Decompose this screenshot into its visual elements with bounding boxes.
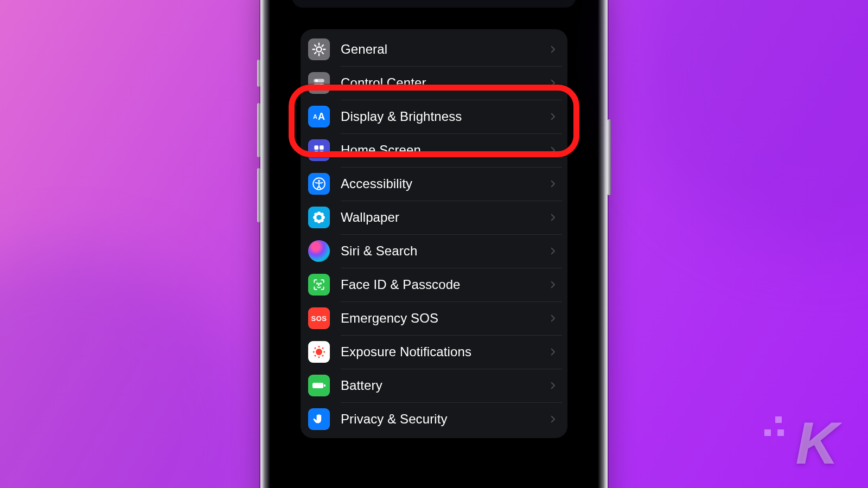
settings-row-privacy-security[interactable]: Privacy & Security [301,402,567,436]
settings-row-face-id[interactable]: Face ID & Passcode [301,268,567,301]
svg-point-27 [317,216,321,220]
settings-row-exposure-notifications[interactable]: Exposure Notifications [301,335,567,369]
row-label: General [341,42,548,57]
svg-rect-15 [314,151,318,155]
top-banner-card [292,0,576,8]
svg-point-33 [313,351,315,352]
svg-rect-11 [314,84,324,87]
svg-line-8 [315,53,316,54]
phone-screen: General Control Center [270,0,598,488]
svg-point-32 [318,356,320,358]
watermark-letter: K [796,409,840,476]
side-button [608,119,611,195]
row-label: Exposure Notifications [341,344,548,359]
exposure-icon [308,341,330,363]
chevron-right-icon [548,112,558,121]
row-label: Home Screen [341,143,548,158]
svg-point-35 [314,347,316,349]
chevron-right-icon [548,44,558,54]
row-label: Accessibility [341,176,548,191]
home-grid-icon [308,139,330,161]
volume-up-button [257,103,260,157]
svg-point-10 [315,79,318,82]
svg-line-7 [322,45,323,46]
svg-line-5 [315,45,316,46]
watermark: K [796,413,840,473]
sos-icon: SOS [308,307,330,329]
settings-row-siri-search[interactable]: Siri & Search [301,234,567,268]
chevron-right-icon [548,280,558,290]
settings-row-accessibility[interactable]: Accessibility [301,167,567,201]
svg-point-34 [323,351,325,352]
settings-row-battery[interactable]: Battery [301,369,567,402]
gear-icon [308,38,330,60]
svg-point-28 [317,283,318,284]
svg-point-31 [318,346,320,348]
svg-point-24 [320,213,324,216]
row-label: Siri & Search [341,243,548,259]
svg-rect-40 [324,384,326,387]
row-label: Wallpaper [341,210,548,225]
settings-row-general[interactable]: General [301,33,567,66]
row-label: Control Center [341,75,548,91]
toggles-icon [308,72,330,94]
row-label: Face ID & Passcode [341,277,548,292]
settings-row-home-screen[interactable]: Home Screen [301,133,567,167]
svg-rect-39 [312,383,323,388]
svg-point-18 [318,180,320,182]
svg-point-37 [314,355,316,357]
chevron-right-icon [548,313,558,323]
battery-icon [308,375,330,396]
svg-rect-16 [320,151,324,155]
svg-point-23 [314,213,318,216]
settings-row-display-brightness[interactable]: AA Display & Brightness [301,100,567,133]
svg-point-25 [314,219,318,222]
chevron-right-icon [548,78,558,88]
phone-frame: General Control Center [260,0,608,488]
svg-point-36 [322,347,324,349]
chevron-right-icon [548,246,558,256]
accessibility-icon [308,173,330,195]
settings-row-emergency-sos[interactable]: SOS Emergency SOS [301,301,567,335]
volume-down-button [257,168,260,222]
face-id-icon [308,274,330,296]
row-label: Emergency SOS [341,311,548,326]
svg-rect-14 [320,145,324,150]
svg-rect-13 [314,145,318,150]
chevron-right-icon [548,179,558,189]
settings-list: General Control Center [301,29,567,438]
siri-icon [308,240,330,262]
settings-row-control-center[interactable]: Control Center [301,66,567,100]
hand-icon [308,408,330,430]
svg-point-12 [320,84,323,87]
chevron-right-icon [548,347,558,357]
flower-icon [308,207,330,228]
svg-line-6 [322,53,323,54]
chevron-right-icon [548,381,558,390]
svg-point-29 [320,283,321,284]
svg-point-26 [320,219,324,222]
mute-switch [257,60,260,87]
watermark-dots [764,416,795,438]
chevron-right-icon [548,213,558,222]
settings-row-wallpaper[interactable]: Wallpaper [301,201,567,234]
chevron-right-icon [548,145,558,155]
text-size-icon: AA [308,106,330,127]
svg-point-38 [322,355,324,357]
row-label: Display & Brightness [341,109,548,124]
svg-point-0 [316,47,321,52]
svg-rect-9 [314,79,324,82]
stage: General Control Center [0,0,868,488]
svg-point-30 [316,349,322,355]
chevron-right-icon [548,414,558,424]
row-label: Privacy & Security [341,412,548,427]
row-label: Battery [341,378,548,393]
